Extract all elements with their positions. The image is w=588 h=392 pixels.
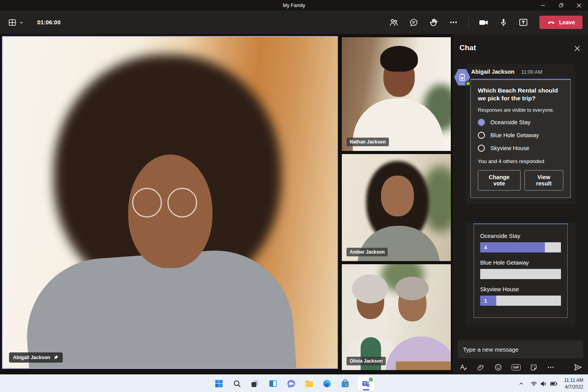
window-controls [534, 0, 588, 11]
restore-icon [559, 3, 564, 8]
teams-active-check-badge: ✓ [368, 377, 373, 382]
edge-icon [322, 379, 332, 388]
video-tile-amber[interactable]: Amber Jackson [342, 154, 451, 261]
emoji-button[interactable] [494, 363, 503, 372]
chat-app-button[interactable] [286, 378, 296, 389]
file-explorer-icon [304, 379, 314, 389]
poll-option-radio[interactable] [478, 132, 485, 139]
participant-name: Nathan Jackson [350, 139, 386, 145]
camera-button[interactable] [475, 15, 492, 30]
store-button[interactable] [340, 378, 350, 389]
file-explorer-button[interactable] [304, 378, 314, 389]
gif-icon: GIF [512, 364, 521, 370]
participants-button[interactable] [385, 15, 403, 30]
windows-chat-icon [286, 379, 296, 389]
close-button[interactable] [570, 0, 588, 11]
minimize-button[interactable] [534, 0, 552, 11]
mic-icon [499, 18, 508, 27]
chat-panel-title: Chat [459, 44, 476, 52]
result-bar [480, 269, 561, 279]
teams-taskbar-button[interactable]: ✓ [358, 376, 374, 391]
task-view-icon [250, 379, 260, 388]
gallery-grid-icon [8, 18, 17, 27]
poll-option: Skyview House [478, 145, 563, 152]
view-result-button[interactable]: View result [524, 170, 563, 191]
more-options-button[interactable] [445, 15, 463, 30]
call-timer: 01:06:00 [37, 19, 61, 25]
raised-hand-icon [429, 18, 439, 27]
gallery-view-button[interactable] [5, 16, 26, 29]
message-input[interactable] [457, 340, 583, 358]
leave-button[interactable]: Leave [539, 16, 583, 29]
result-votes: 1 [484, 298, 487, 304]
composer-toolbar: GIF [459, 362, 583, 373]
taskbar-clock[interactable]: 11:11 AM 4/7/2022 [563, 377, 585, 390]
result-label: Skyview House [480, 286, 561, 292]
video-tile-nathan[interactable]: Nathan Jackson [342, 37, 451, 151]
participant-name: Amber Jackson [350, 249, 385, 255]
wifi-icon [530, 380, 538, 388]
raise-hand-button[interactable] [425, 15, 443, 30]
poll-option: Blue Hole Getaway [478, 132, 563, 139]
clipboard-poll-icon [457, 73, 467, 82]
message-sender: Abigail Jackson [471, 69, 514, 75]
pin-icon [53, 355, 59, 360]
format-button[interactable] [459, 363, 468, 372]
poll-question: Which Beach Rental should we pick for th… [478, 87, 563, 102]
chat-close-button[interactable] [572, 43, 583, 54]
participant-name-tag: Nathan Jackson [347, 138, 389, 146]
result-bar: 4 [480, 242, 561, 252]
sticker-button[interactable] [530, 363, 538, 372]
poll-option-radio[interactable] [478, 119, 485, 126]
task-view-button[interactable] [250, 378, 260, 389]
result-votes: 4 [484, 245, 487, 250]
meeting-chat-button[interactable] [405, 15, 423, 30]
leave-label: Leave [559, 19, 575, 25]
search-button[interactable] [232, 378, 242, 389]
widgets-button[interactable] [268, 378, 278, 389]
poll-option-radio[interactable] [478, 145, 485, 152]
participant-name-tag: Amber Jackson [347, 248, 388, 256]
close-icon [577, 3, 581, 8]
windows-start-icon [214, 379, 224, 388]
battery-icon [550, 379, 558, 388]
chevron-up-icon [518, 380, 524, 387]
window-titlebar: My Family [0, 0, 588, 11]
change-vote-button[interactable]: Change vote [478, 170, 521, 191]
edge-browser-button[interactable] [322, 378, 332, 389]
gif-button[interactable]: GIF [512, 364, 521, 370]
minimize-icon [541, 3, 545, 8]
result-bar-fill: 4 [480, 242, 545, 252]
participants-icon [389, 18, 399, 27]
tray-time: 11:11 AM [564, 377, 583, 383]
tray-system-icons[interactable] [529, 379, 559, 388]
poll-results-card: Oceanside Stay 4 Blue Hole Getaway Skyvi… [474, 223, 568, 318]
send-icon [573, 363, 583, 372]
store-icon [340, 379, 350, 388]
share-screen-icon [518, 17, 528, 27]
result-label: Blue Hole Getaway [480, 260, 561, 266]
camera-icon [478, 17, 489, 28]
share-screen-button[interactable] [515, 15, 532, 30]
paperclip-icon [477, 363, 485, 372]
poll-visibility-note: Responses are visible to everyone. [478, 107, 563, 113]
sticker-icon [530, 363, 538, 372]
attach-button[interactable] [477, 363, 485, 372]
video-tile-olivia[interactable]: Olivia Jackson [342, 264, 451, 370]
tray-overflow-button[interactable] [517, 379, 525, 388]
start-button[interactable] [214, 378, 224, 389]
composer-more-button[interactable] [547, 363, 555, 371]
hangup-phone-icon [547, 18, 555, 27]
poll-option-label: Skyview House [490, 145, 529, 151]
participant-name: Abigail Jackson [13, 355, 50, 360]
send-button[interactable] [573, 363, 583, 372]
message-timestamp: 11:00 AM [521, 69, 542, 75]
participant-name-tag: Olivia Jackson [347, 357, 386, 365]
toolbar-divider [468, 17, 469, 27]
result-bar: 1 [480, 296, 561, 306]
mic-button[interactable] [495, 15, 512, 30]
main-video-tile-abigail[interactable]: Abigail Jackson [2, 36, 338, 369]
restore-button[interactable] [552, 0, 570, 11]
poll-card: Which Beach Rental should we pick for th… [470, 79, 571, 198]
format-icon [459, 363, 468, 372]
